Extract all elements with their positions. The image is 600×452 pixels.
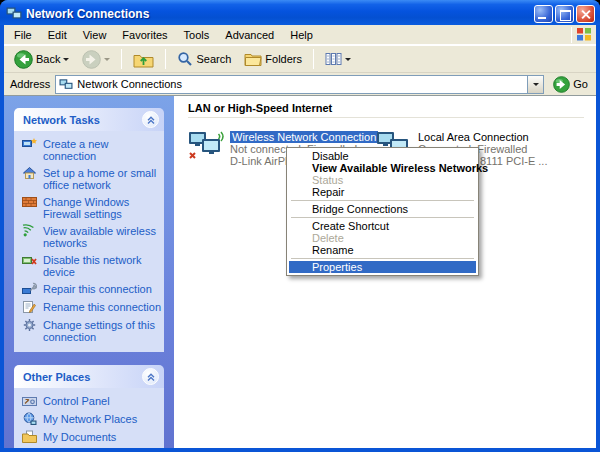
address-bar: Address Network Connections Go [4,73,596,96]
sidebar-item-disable-device[interactable]: Disable this network device [22,254,161,278]
group-rule [188,117,584,118]
folders-icon [244,52,262,67]
other-places-header[interactable]: Other Places [14,365,164,388]
network-tasks-panel: Network Tasks Create a new connection Se [14,108,164,352]
task-pane-sidebar: Network Tasks Create a new connection Se [4,96,174,448]
control-panel-icon [22,394,37,408]
context-menu-item-status: Status [289,174,476,186]
sidebar-item-label: Control Panel [43,395,110,407]
context-menu-separator [291,200,474,201]
context-menu-item-rename[interactable]: Rename [289,244,476,256]
address-input[interactable]: Network Connections [55,75,544,94]
close-button[interactable] [576,5,595,23]
menu-file[interactable]: File [6,26,40,44]
context-menu-item-create-shortcut[interactable]: Create Shortcut [289,220,476,232]
firewall-icon [22,195,37,209]
collapse-chevron-icon[interactable] [142,111,159,128]
chevron-down-icon [533,83,539,86]
address-label: Address [8,78,50,90]
context-menu-item-delete: Delete [289,232,476,244]
sidebar-item-label: Create a new connection [43,138,161,162]
context-menu-item-view-wireless[interactable]: View Available Wireless Networks [289,162,476,174]
forward-button[interactable] [78,47,114,72]
sidebar-item-label: Change settings of this connection [43,319,161,343]
wireless-signal-icon [22,224,37,238]
toolbar-separator [165,49,166,69]
sidebar-item-wireless-networks[interactable]: View available wireless networks [22,225,161,249]
context-menu-item-properties[interactable]: Properties [289,261,476,273]
search-label: Search [196,53,231,65]
sidebar-item-label: Rename this connection [43,301,161,313]
network-tasks-title: Network Tasks [23,114,142,126]
address-dropdown-button[interactable] [527,76,543,93]
sidebar-item-label: My Network Places [43,413,137,425]
toolbar-separator [121,49,122,69]
menu-bar: File Edit View Favorites Tools Advanced … [4,25,596,45]
context-menu-separator [291,217,474,218]
network-connections-icon [59,78,73,91]
connection-name[interactable]: Wireless Network Connection [230,131,378,143]
back-dropdown-icon [63,58,69,61]
sidebar-item-connection-settings[interactable]: Change settings of this connection [22,319,161,343]
context-menu-item-bridge[interactable]: Bridge Connections [289,203,476,215]
toolbar-separator [313,49,314,69]
network-tasks-header[interactable]: Network Tasks [14,108,164,131]
address-value: Network Connections [77,78,523,90]
menu-tools[interactable]: Tools [176,26,218,44]
connection-name[interactable]: Local Area Connection [418,131,529,143]
menu-favorites[interactable]: Favorites [114,26,175,44]
up-button[interactable] [129,48,158,71]
sidebar-item-label: My Documents [43,431,116,443]
back-label: Back [36,53,60,65]
go-label: Go [573,78,588,90]
my-documents-icon [22,430,37,444]
views-button[interactable] [321,49,355,69]
new-connection-icon [22,137,37,151]
disable-device-icon [22,253,37,267]
menu-help[interactable]: Help [282,26,321,44]
search-icon [177,51,193,67]
network-places-icon [22,412,37,426]
context-menu-item-disable[interactable]: Disable [289,150,476,162]
other-places-title: Other Places [23,371,142,383]
sidebar-item-my-network-places[interactable]: My Network Places [22,413,161,426]
wireless-connection-icon [188,130,224,160]
go-button[interactable]: Go [549,75,592,94]
forward-icon [82,50,101,69]
folder-up-icon [133,51,154,68]
window-title: Network Connections [26,7,530,21]
sidebar-item-my-documents[interactable]: My Documents [22,431,161,444]
sidebar-item-repair-connection[interactable]: Repair this connection [22,283,161,296]
back-button[interactable]: Back [10,47,73,72]
search-button[interactable]: Search [173,48,235,70]
collapse-chevron-icon[interactable] [142,368,159,385]
rename-icon [22,300,37,314]
sidebar-item-create-connection[interactable]: Create a new connection [22,138,161,162]
other-places-body: Control Panel My Network Places My Docum… [14,388,164,448]
sidebar-item-firewall-settings[interactable]: Change Windows Firewall settings [22,196,161,220]
context-menu-item-repair[interactable]: Repair [289,186,476,198]
sidebar-item-rename-connection[interactable]: Rename this connection [22,301,161,314]
views-dropdown-icon [345,58,351,61]
network-connections-icon [6,6,22,21]
home-network-icon [22,166,37,180]
go-icon [553,76,570,93]
menu-view[interactable]: View [75,26,115,44]
menu-divider [571,27,572,43]
sidebar-item-label: Change Windows Firewall settings [43,196,161,220]
group-title: LAN or High-Speed Internet [188,102,590,114]
views-icon [325,52,342,66]
maximize-button[interactable] [555,5,574,23]
sidebar-item-control-panel[interactable]: Control Panel [22,395,161,408]
repair-wrench-icon [22,282,37,296]
sidebar-item-label: View available wireless networks [43,225,161,249]
menu-edit[interactable]: Edit [40,26,75,44]
folders-button[interactable]: Folders [240,49,306,70]
other-places-panel: Other Places Control Panel My Network Pl [14,365,164,448]
sidebar-item-label: Set up a home or small office network [43,167,161,191]
title-bar[interactable]: Network Connections [0,0,600,25]
context-menu: Disable View Available Wireless Networks… [286,147,479,276]
menu-advanced[interactable]: Advanced [217,26,282,44]
minimize-button[interactable] [534,5,553,23]
sidebar-item-home-network[interactable]: Set up a home or small office network [22,167,161,191]
